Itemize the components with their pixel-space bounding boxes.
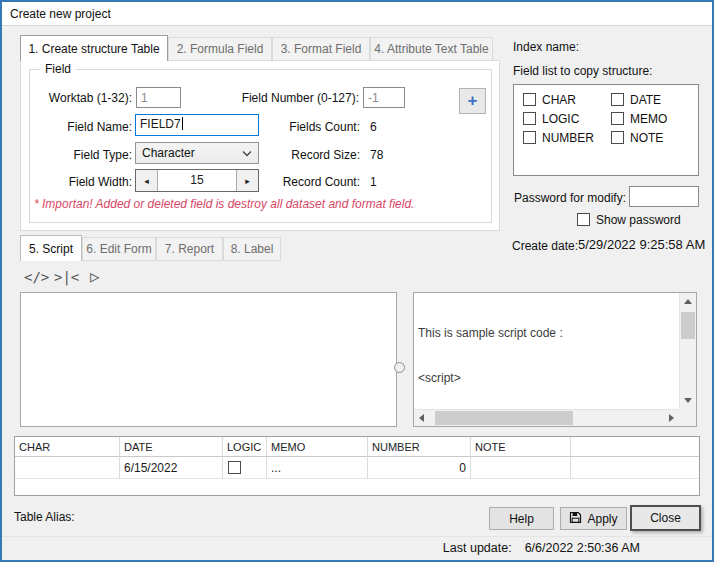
field-number-input[interactable] [363,87,405,108]
tab-attribute-text-table[interactable]: 4. Attribute Text Table [370,37,493,61]
code-icon[interactable]: </> [24,269,49,285]
field-name-label: Field Name: [34,120,132,134]
show-password-checkbox[interactable] [577,213,590,226]
record-count-label: Record Count: [254,175,360,189]
floppy-icon [569,511,582,527]
vertical-scroll-thumb[interactable] [681,312,695,339]
checkbox-note[interactable] [611,131,624,144]
scroll-right-icon[interactable] [669,414,674,422]
password-input[interactable] [629,186,699,207]
checkbox-char-label: CHAR [542,93,576,107]
tab-report[interactable]: 7. Report [156,237,223,261]
field-name-input[interactable]: FIELD7 [135,114,259,136]
create-date-value: 5/29/2022 9:25:58 AM [578,237,705,252]
checkbox-date[interactable] [611,93,624,106]
main-tab-strip: 1. Create structure Table 2. Formula Fie… [20,35,493,61]
grid-cell-char[interactable] [15,457,120,479]
splitter-grip[interactable] [394,362,405,373]
worktab-input[interactable] [136,87,181,108]
grid-cell-note[interactable] [471,457,571,479]
vertical-scrollbar[interactable] [679,293,696,409]
field-type-select[interactable]: Character [135,142,259,164]
checkbox-date-label: DATE [630,93,661,107]
last-update-label: Last update: [443,541,512,555]
scrollbar-corner [679,409,696,426]
field-number-label: Field Number (0-127): [226,91,359,105]
record-count-value: 1 [370,175,377,189]
grid-header-note[interactable]: NOTE [471,437,571,457]
fields-count-value: 6 [370,120,377,134]
field-width-label: Field Width: [34,175,132,189]
tab-format-field[interactable]: 3. Format Field [272,37,370,61]
tab-create-structure-table[interactable]: 1. Create structure Table [20,35,168,61]
logic-checkbox[interactable] [228,461,241,474]
scroll-down-icon[interactable] [684,398,692,403]
checkbox-char[interactable] [523,93,536,106]
field-type-label: Field Type: [34,148,132,162]
grid-header-number[interactable]: NUMBER [368,437,471,457]
checkbox-logic-label: LOGIC [542,112,579,126]
grid-header-extra [571,437,699,457]
sample-script-box[interactable]: This is sample script code : <script> <h… [413,292,697,427]
worktab-label: Worktab (1-32): [34,91,132,105]
copy-structure-label: Field list to copy structure: [513,64,652,78]
chevron-down-icon [242,146,252,160]
checkbox-number-label: NUMBER [542,131,594,145]
tab-edit-form[interactable]: 6. Edit Form [82,237,156,261]
grid-header-row: CHAR DATE LOGIC MEMO NUMBER NOTE [15,437,699,457]
field-width-stepper: ◂ 15 ▸ [135,169,259,192]
grid-cell-date[interactable]: 6/15/2022 [120,457,223,479]
run-icon[interactable]: ▷ [90,267,100,286]
grid-cell-memo[interactable]: ... [267,457,368,479]
collapse-icon[interactable]: >|< [54,269,79,285]
destroy-warning-text: * Importan! Added or deleted field is de… [34,197,414,211]
password-label: Password for modify: [511,191,626,205]
window-title: Create new project [10,7,111,21]
text-caret [182,117,183,130]
status-bar-divider [2,536,712,537]
grid-header-char[interactable]: CHAR [15,437,120,457]
scroll-left-icon[interactable] [419,414,424,422]
sample-script-text: This is sample script code : <script> <h… [418,296,677,407]
checkbox-memo[interactable] [611,112,624,125]
grid-header-logic[interactable]: LOGIC [223,437,267,457]
index-name-label: Index name: [513,40,579,54]
scroll-up-icon[interactable] [684,299,692,304]
plus-icon: + [468,91,478,111]
create-new-project-dialog: Create new project 1. Create structure T… [0,0,714,562]
fields-count-label: Fields Count: [254,120,360,134]
grid-header-memo[interactable]: MEMO [267,437,368,457]
close-button[interactable]: Close [630,505,701,531]
record-size-value: 78 [370,148,383,162]
add-field-button[interactable]: + [459,88,486,114]
grid-cell-logic[interactable] [223,457,267,479]
show-password-label: Show password [596,213,681,227]
grid-cell-number[interactable]: 0 [368,457,471,479]
tab-label[interactable]: 8. Label [223,237,281,261]
record-size-label: Record Size: [254,148,360,162]
horizontal-scrollbar[interactable] [414,409,679,426]
tab-formula-field[interactable]: 2. Formula Field [168,37,272,61]
field-width-value: 15 [158,170,236,191]
grid-cell-extra [571,457,699,479]
checkbox-logic[interactable] [523,112,536,125]
preview-data-grid: CHAR DATE LOGIC MEMO NUMBER NOTE 6/15/20… [14,436,700,496]
apply-button[interactable]: Apply [560,507,627,530]
spin-left-arrow-icon[interactable]: ◂ [136,170,158,191]
script-editor[interactable] [20,292,397,427]
field-copy-listbox: CHAR DATE LOGIC MEMO NUMBER NOTE [513,84,699,176]
checkbox-note-label: NOTE [630,131,663,145]
create-date-label: Create date: [512,239,578,253]
title-bar: Create new project [2,2,712,26]
create-structure-tab-page: Field Worktab (1-32): Field Number (0-12… [20,60,500,231]
checkbox-number[interactable] [523,131,536,144]
field-groupbox-legend: Field [40,62,76,76]
grid-header-date[interactable]: DATE [120,437,223,457]
last-update-value: 6/6/2022 2:50:36 AM [525,541,640,555]
table-row[interactable]: 6/15/2022 ... 0 [15,457,699,479]
tab-script[interactable]: 5. Script [20,235,82,261]
field-groupbox: Field Worktab (1-32): Field Number (0-12… [29,69,492,223]
status-bar: Last update: 6/6/2022 2:50:36 AM [443,541,640,555]
horizontal-scroll-thumb[interactable] [435,411,573,425]
help-button[interactable]: Help [489,507,554,530]
